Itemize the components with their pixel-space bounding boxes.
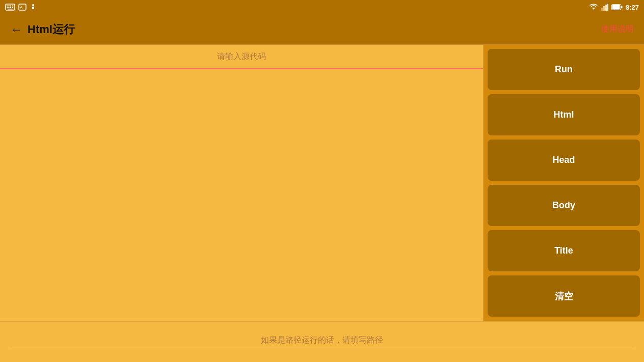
path-row [0, 321, 644, 362]
path-input[interactable] [10, 336, 634, 348]
svg-rect-6 [9, 7, 10, 8]
accessibility-icon [30, 4, 37, 11]
head-button[interactable]: Head [488, 140, 640, 181]
status-bar: A 8:27 [0, 0, 644, 14]
svg-rect-13 [32, 7, 34, 9]
code-editor-body[interactable] [0, 69, 483, 321]
status-bar-right: 8:27 [589, 4, 639, 11]
body-button[interactable]: Body [488, 185, 640, 226]
svg-rect-3 [10, 6, 11, 7]
buttons-panel: Run Html Head Body Title 清空 [484, 45, 644, 321]
svg-rect-1 [7, 6, 8, 7]
title-bar: ← Html运行 使用说明 [0, 14, 644, 45]
signal-icon [601, 4, 608, 11]
svg-rect-15 [601, 8, 603, 11]
battery-icon [611, 4, 623, 10]
svg-rect-20 [612, 5, 620, 10]
svg-rect-8 [12, 7, 13, 8]
svg-text:A: A [20, 5, 23, 10]
wifi-icon [589, 4, 598, 11]
svg-rect-5 [7, 7, 8, 8]
svg-rect-4 [12, 6, 13, 7]
main-content: Run Html Head Body Title 清空 [0, 45, 644, 362]
svg-rect-2 [9, 6, 10, 7]
title-bar-left: ← Html运行 [10, 22, 75, 37]
code-area [0, 45, 484, 321]
svg-point-12 [32, 4, 34, 6]
back-button[interactable]: ← [10, 22, 22, 37]
page-title: Html运行 [28, 22, 75, 37]
keyboard-icon [5, 4, 15, 11]
status-bar-left: A [5, 4, 37, 11]
svg-rect-9 [8, 9, 13, 10]
help-link[interactable]: 使用说明 [601, 24, 634, 35]
clear-button[interactable]: 清空 [488, 275, 640, 317]
svg-rect-21 [621, 6, 623, 9]
ime-icon: A [18, 4, 26, 11]
svg-marker-14 [592, 8, 595, 10]
svg-rect-17 [605, 5, 607, 11]
html-button[interactable]: Html [488, 94, 640, 135]
editor-row: Run Html Head Body Title 清空 [0, 45, 644, 321]
code-input[interactable] [0, 45, 483, 69]
time-display: 8:27 [626, 4, 639, 11]
title-button[interactable]: Title [488, 230, 640, 271]
svg-rect-18 [607, 4, 608, 11]
svg-rect-16 [603, 6, 605, 11]
svg-rect-7 [10, 7, 11, 8]
run-button[interactable]: Run [488, 49, 640, 90]
